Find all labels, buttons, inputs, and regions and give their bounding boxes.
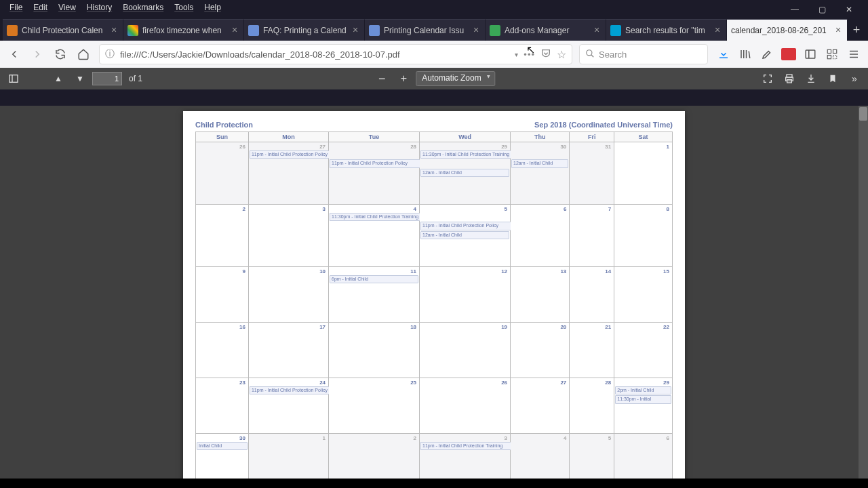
tab-child-protection[interactable]: Child Protection Calen× [3,19,123,41]
pdf-page-input[interactable] [92,72,122,85]
forward-button[interactable] [27,44,47,64]
menu-tools[interactable]: Tools [169,1,199,14]
calendar-grid: SunMonTueWedThuFriSat 26 2711pm - Initia… [195,131,673,479]
calendar-event: 6pm - Initial Child [330,275,418,283]
tab-label: FAQ: Printing a Calend [263,26,348,35]
menu-bar: File Edit View History Bookmarks Tools H… [0,1,226,18]
calendar-event: 2pm - Initial Child [615,386,671,394]
url-text: file:///C:/Users/Jackie/Downloads/calend… [120,49,509,60]
close-icon[interactable]: × [109,26,119,35]
close-window-button[interactable]: ✕ [835,1,863,18]
pdf-print[interactable] [780,70,799,87]
calendar-event: 12am - Initial Child [420,169,509,177]
downloads-button[interactable] [713,44,734,64]
pdf-zoom-out[interactable]: − [372,70,391,87]
pdf-bookmark[interactable] [823,70,842,87]
calendar-event: 11:30pm - Initial Child Protection Train… [420,150,511,159]
svg-rect-5 [827,56,831,59]
menu-file[interactable]: File [4,1,28,14]
pdf-page: Child Protection Sep 2018 (Coordinated U… [183,111,685,479]
right-toolbar [711,44,864,64]
nav-toolbar: ⓘ file:///C:/Users/Jackie/Downloads/cale… [0,41,868,68]
calendar-event: Initial Child [197,442,248,450]
pdf-next-page[interactable]: ▼ [71,70,90,87]
svg-rect-3 [827,49,831,53]
hamburger-menu-button[interactable] [844,44,864,64]
containers-button[interactable] [822,44,842,64]
svg-rect-2 [806,50,815,58]
library-button[interactable] [735,44,755,64]
vertical-scrollbar[interactable] [859,106,868,479]
scrollbar-thumb[interactable] [859,107,867,121]
calendar-event: 11pm - Initial Child Protection Policy [330,159,420,167]
menu-history[interactable]: History [81,1,117,14]
menu-view[interactable]: View [53,1,81,14]
close-icon[interactable]: × [592,26,601,35]
tab-bar: Child Protection Calen× firefox timezone… [0,19,868,41]
pdf-toolbar: ▲ ▼ of 1 − + Automatic Zoom » [0,68,868,89]
menu-edit[interactable]: Edit [28,1,53,14]
close-icon[interactable]: × [713,26,722,35]
tab-search-results[interactable]: Search results for "tim× [606,19,727,41]
calendar-event: 11:30pm - Initial [615,395,671,403]
svg-rect-6 [833,56,837,59]
svg-rect-7 [9,75,18,83]
tab-calendar-pdf[interactable]: calendar_2018-08-26_201× [727,19,848,41]
pdf-page-total: of 1 [125,74,146,83]
tab-label: Child Protection Calen [22,26,106,35]
calendar-event: 12am - Initial Child [511,159,568,167]
pdf-tools-menu[interactable]: » [845,70,864,87]
calendar-month: Sep 2018 (Coordinated Universal Time) [534,121,673,129]
svg-rect-4 [833,49,837,53]
close-icon[interactable]: × [471,26,481,35]
back-button[interactable] [4,44,24,64]
url-bar[interactable]: ⓘ file:///C:/Users/Jackie/Downloads/cale… [99,44,572,64]
pocket-icon[interactable] [540,48,551,61]
menu-bookmarks[interactable]: Bookmarks [117,1,169,14]
calendar-event: 12am - Initial Child [420,231,509,239]
pdf-zoom-in[interactable]: + [394,70,413,87]
svg-point-0 [587,49,592,55]
tab-label: firefox timezone when [142,26,227,35]
pdf-download[interactable] [802,70,821,87]
bottom-bar [0,479,868,488]
pdf-fullscreen[interactable] [758,70,777,87]
tab-label: Printing Calendar Issu [384,26,469,35]
sidebar-toggle-button[interactable] [800,44,821,64]
tab-label: Add-ons Manager [505,26,589,35]
pdf-prev-page[interactable]: ▲ [49,70,68,87]
tab-printing-issue[interactable]: Printing Calendar Issu× [365,19,486,41]
pdf-zoom-select[interactable]: Automatic Zoom [416,71,495,86]
pdf-viewer[interactable]: Child Protection Sep 2018 (Coordinated U… [0,106,868,479]
calendar-event: 11pm - Initial Child Protection Policy [420,222,511,230]
calendar-event: 11:30pm - Initial Child Protection Train… [330,213,420,221]
page-actions-icon[interactable]: ••• [524,49,535,60]
pocket-button[interactable] [778,44,799,64]
home-button[interactable] [73,44,94,64]
calendar-title: Child Protection [195,121,253,129]
svg-rect-1 [719,58,728,59]
tab-addons[interactable]: Add-ons Manager× [486,19,606,41]
tab-faq-printing[interactable]: FAQ: Printing a Calend× [244,19,365,41]
reload-button[interactable] [50,44,71,64]
tab-label: calendar_2018-08-26_201 [731,26,831,35]
search-placeholder: Search [599,49,627,60]
menu-help[interactable]: Help [199,1,226,14]
tab-firefox-timezone[interactable]: firefox timezone when× [123,19,244,41]
close-icon[interactable]: × [230,26,239,35]
minimize-button[interactable]: — [781,1,808,18]
calendar-event: 11pm - Initial Child Protection Training [420,442,511,450]
highlighter-button[interactable] [757,44,777,64]
close-icon[interactable]: × [351,26,360,35]
search-icon [585,49,595,60]
chevron-down-icon[interactable]: ▾ [515,51,518,58]
maximize-button[interactable]: ▢ [808,1,835,18]
info-icon[interactable]: ⓘ [105,48,115,60]
tab-label: Search results for "tim [625,26,710,35]
calendar-event: 11pm - Initial Child Protection Policy [250,150,329,159]
bookmark-star-icon[interactable]: ☆ [557,48,566,61]
search-bar[interactable]: Search [579,44,708,64]
new-tab-button[interactable]: + [848,19,865,41]
pdf-sidebar-toggle[interactable] [4,70,23,87]
close-icon[interactable]: × [833,26,843,35]
